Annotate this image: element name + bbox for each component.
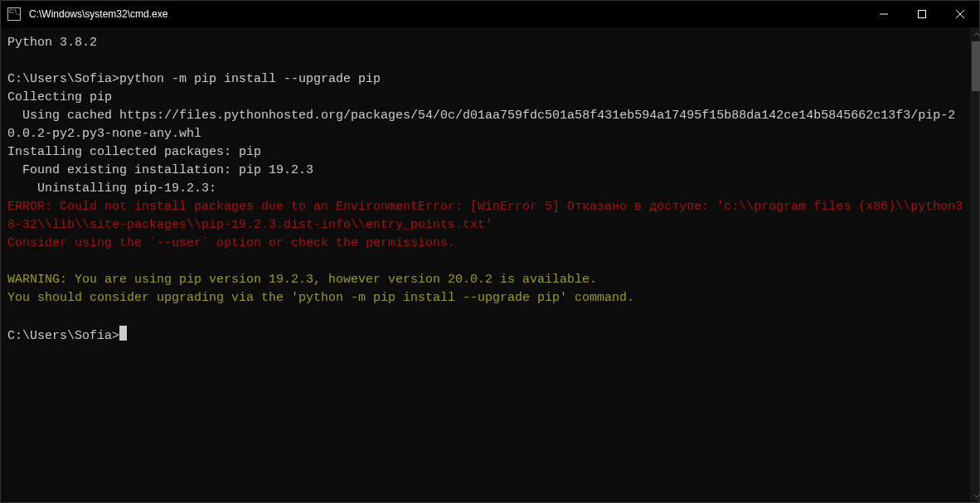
- scroll-thumb[interactable]: [972, 41, 980, 91]
- vertical-scrollbar[interactable]: [970, 27, 979, 502]
- output-line: Installing collected packages: pip: [7, 145, 261, 159]
- window-title: C:\Windows\system32\cmd.exe: [27, 8, 167, 20]
- svg-rect-0: [919, 11, 926, 18]
- titlebar[interactable]: C:\Windows\system32\cmd.exe: [1, 1, 979, 27]
- warning-line: You should consider upgrading via the 'p…: [7, 291, 634, 305]
- error-line: ERROR: Could not install packages due to…: [7, 200, 963, 232]
- minimize-icon: [880, 10, 888, 18]
- output-line: Collecting pip: [7, 90, 112, 104]
- terminal-output[interactable]: Python 3.8.2 C:\Users\Sofia>python -m pi…: [1, 27, 970, 502]
- cursor: [119, 326, 127, 341]
- prompt: C:\Users\Sofia>: [7, 329, 119, 343]
- error-line: Consider using the `--user` option or ch…: [7, 236, 455, 250]
- maximize-button[interactable]: [903, 1, 941, 27]
- output-line: Python 3.8.2: [7, 36, 97, 50]
- client-area: Python 3.8.2 C:\Users\Sofia>python -m pi…: [1, 27, 979, 502]
- warning-line: WARNING: You are using pip version 19.2.…: [7, 273, 597, 287]
- scroll-up-button[interactable]: [970, 27, 980, 41]
- window-controls: [865, 1, 979, 27]
- prompt: C:\Users\Sofia>: [7, 72, 119, 86]
- app-icon: [1, 1, 27, 27]
- close-icon: [956, 10, 964, 18]
- output-line: Found existing installation: pip 19.2.3: [7, 163, 313, 177]
- output-line: Uninstalling pip-19.2.3:: [7, 181, 216, 196]
- cmd-window: C:\Windows\system32\cmd.exe Python 3.8.2…: [0, 0, 980, 503]
- chevron-down-icon: [973, 492, 980, 499]
- output-line: Using cached https://files.pythonhosted.…: [7, 109, 955, 141]
- cmd-icon: [7, 7, 21, 21]
- close-button[interactable]: [941, 1, 979, 27]
- maximize-icon: [918, 10, 926, 18]
- chevron-up-icon: [973, 31, 980, 38]
- command-text: python -m pip install --upgrade pip: [119, 72, 381, 86]
- scroll-down-button[interactable]: [970, 488, 980, 502]
- minimize-button[interactable]: [865, 1, 903, 27]
